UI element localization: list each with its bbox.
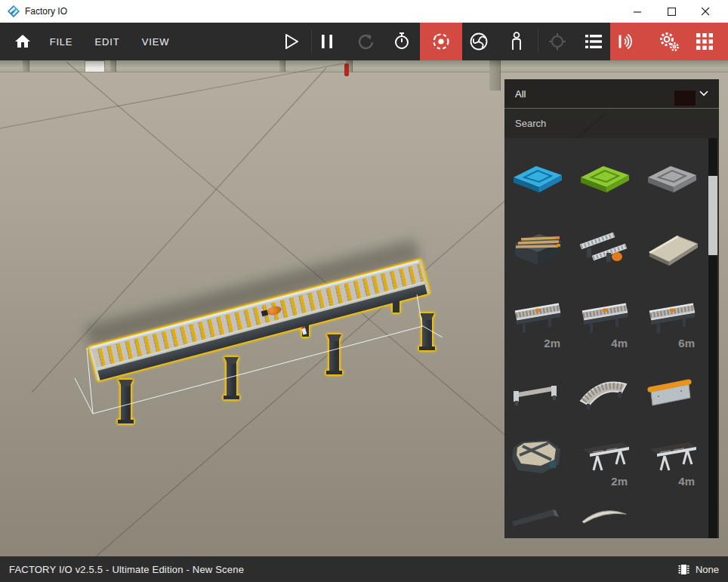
menu-view[interactable]: VIEW (138, 23, 173, 60)
roller-conveyor-icon (506, 293, 569, 343)
toolbar-separator (311, 29, 312, 54)
single-roller-icon (506, 366, 569, 416)
conveyor-leg (422, 315, 432, 347)
minimize-button[interactable] (621, 0, 655, 23)
palette-curved-roller-conveyor[interactable] (573, 366, 637, 436)
parts-grid: 2m 4m (504, 138, 719, 538)
window-title: Factory IO (25, 6, 67, 17)
driver-chip-icon (677, 563, 690, 576)
palette-roller-conveyor-4m[interactable]: 4m (573, 293, 637, 362)
titlebar: Factory IO (0, 0, 728, 23)
list-icon (584, 32, 603, 51)
green-pallet-icon (573, 152, 637, 202)
curved-conveyor-icon (573, 366, 637, 416)
conveyor-leg (121, 381, 131, 420)
palette-belt-conveyor-2m[interactable]: 2m (573, 431, 637, 500)
panel-scrollbar-thumb[interactable] (708, 176, 717, 255)
roller-conveyor-icon (640, 293, 704, 343)
palette-item-label: 4m (678, 475, 695, 488)
menu-file[interactable]: FILE (44, 23, 79, 60)
focus-selection-button[interactable] (544, 23, 571, 60)
close-button[interactable] (689, 0, 723, 23)
part-palette-button[interactable] (690, 23, 719, 60)
palette-item-base-green[interactable] (573, 152, 637, 221)
palette-chute[interactable] (640, 223, 704, 292)
gears-icon (657, 30, 681, 53)
toolbar-separator (538, 29, 538, 54)
driver-settings-button[interactable] (654, 23, 684, 60)
search-input[interactable] (504, 117, 698, 130)
palette-ramp[interactable] (506, 500, 569, 538)
roller-stop-icon (573, 223, 637, 273)
curved-guide-icon (573, 500, 637, 538)
status-text: FACTORY I/O v2.5.5 - Ultimate Edition - … (9, 564, 244, 575)
palette-chain-transfer[interactable] (506, 223, 569, 292)
orbit-camera-button[interactable] (420, 23, 462, 60)
turntable-icon (506, 431, 569, 481)
palette-item-base-blue[interactable] (506, 152, 569, 221)
reset-icon (356, 32, 375, 51)
first-person-camera-button[interactable] (500, 23, 533, 60)
parts-filter-value: All (515, 88, 526, 100)
person-icon (507, 30, 526, 53)
toolbar-drop-shadow (0, 60, 728, 68)
grid-icon (695, 32, 714, 51)
status-bar: FACTORY I/O v2.5.5 - Ultimate Edition - … (0, 556, 728, 582)
play-button[interactable] (276, 23, 305, 60)
crosshair-icon (547, 31, 568, 52)
end-stop-icon (640, 366, 704, 416)
palette-roller-stop[interactable] (573, 223, 637, 292)
palette-item-label: 2m (611, 475, 628, 488)
palette-item-base-gray[interactable] (640, 152, 704, 221)
palette-item-label: 4m (611, 337, 628, 350)
palette-roller-conveyor-2m[interactable]: 2m (506, 293, 569, 362)
io-points-button[interactable] (613, 23, 642, 60)
app-logo-icon (7, 5, 20, 18)
stopwatch-icon (392, 31, 412, 52)
factory-io-window: Factory IO FILE EDIT VIEW (0, 0, 728, 582)
chute-icon (640, 223, 704, 273)
search-box (504, 109, 719, 138)
palette-single-roller[interactable] (506, 366, 569, 436)
time-scale-button[interactable] (390, 23, 414, 60)
fly-camera-icon (468, 31, 489, 52)
home-icon (14, 33, 32, 50)
orbit-camera-icon (420, 23, 462, 60)
play-icon (282, 32, 300, 51)
pause-button[interactable] (316, 23, 338, 60)
pause-icon (320, 33, 334, 50)
fly-camera-button[interactable] (462, 23, 495, 60)
home-button[interactable] (8, 23, 38, 60)
chain-transfer-icon (506, 223, 569, 273)
palette-curved-guide[interactable] (573, 500, 637, 538)
palette-end-stop[interactable] (640, 366, 704, 436)
parts-filter-dropdown[interactable]: All (504, 79, 719, 108)
reset-button[interactable] (353, 23, 378, 60)
gray-pallet-icon (640, 152, 704, 202)
roller-conveyor-icon (573, 293, 637, 343)
palette-item-label: 6m (678, 337, 695, 350)
chevron-down-icon (699, 91, 708, 97)
parts-panel: All (504, 79, 719, 538)
belt-conveyor-icon (573, 431, 637, 481)
ramp-icon (506, 500, 569, 538)
palette-turntable[interactable] (506, 431, 569, 500)
palette-roller-conveyor-6m[interactable]: 6m (640, 293, 704, 362)
palette-item-label: 2m (544, 337, 560, 350)
conveyor-leg (329, 336, 339, 371)
blue-pallet-icon (506, 152, 569, 202)
belt-conveyor-icon (640, 431, 704, 481)
conveyor-leg (227, 359, 236, 396)
sensor-wave-icon (616, 32, 639, 51)
palette-belt-conveyor-4m[interactable]: 4m (640, 431, 704, 500)
menu-edit[interactable]: EDIT (90, 23, 125, 60)
conveyor-rollers (92, 264, 424, 368)
driver-status[interactable]: None (696, 564, 719, 575)
maximize-button[interactable] (655, 0, 689, 23)
selected-roller-conveyor[interactable] (76, 249, 453, 430)
tag-list-button[interactable] (580, 23, 607, 60)
main-toolbar: FILE EDIT VIEW (0, 23, 728, 60)
conveyor-deck (89, 260, 430, 380)
